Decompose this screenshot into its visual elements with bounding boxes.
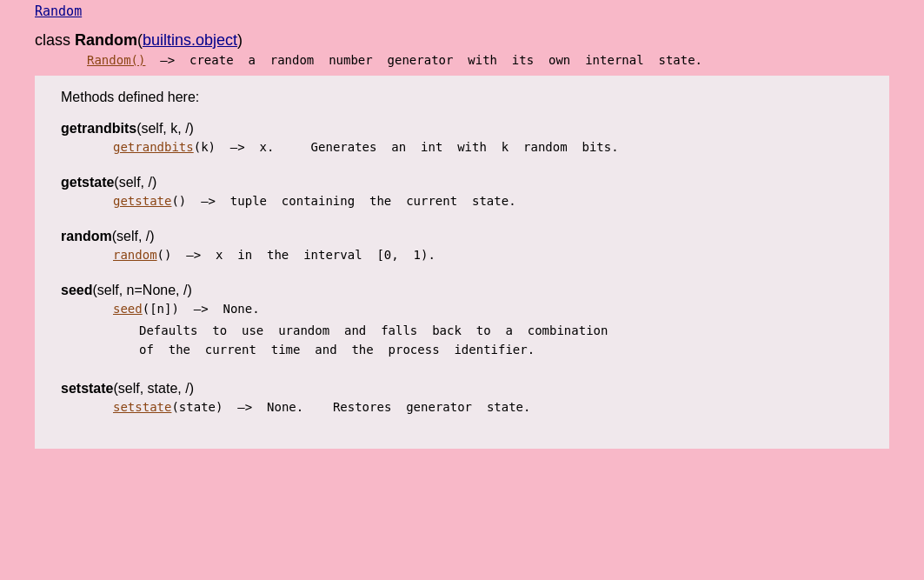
class-parent-suffix: ) [237,31,243,49]
method-getstate-header: getstate(self, /) [61,175,863,190]
method-setstate-text: —> None. Restores generator state. [223,400,530,414]
class-prefix: class [35,31,75,49]
method-setstate: setstate(self, state, /) setstate(state)… [61,381,863,414]
class-header: class Random(builtins.object) [35,31,889,50]
method-seed-header: seed(self, n=None, /) [61,283,863,298]
method-setstate-bold: setstate [61,381,113,396]
method-random-text: —> x in the interval [0, 1). [171,248,435,262]
method-setstate-link[interactable]: setstate [113,400,171,414]
method-setstate-header: setstate(self, state, /) [61,381,863,397]
method-random-rest: (self, /) [112,229,155,243]
methods-title: Methods defined here: [61,90,863,105]
method-getrandbits-header: getrandbits(self, k, /) [61,121,863,137]
class-name: Random [75,31,137,49]
method-seed-rest: (self, n=None, /) [92,283,191,297]
class-parent-link[interactable]: builtins.object [143,31,237,49]
method-seed-desc: seed([n]) —> None. [61,302,863,316]
method-getstate-text: —> tuple containing the current state. [186,194,515,208]
method-seed-link[interactable]: seed [113,302,143,316]
method-getstate-link-suffix: () [171,194,186,208]
methods-container: Methods defined here: getrandbits(self, … [35,76,889,449]
method-getrandbits-bold: getrandbits [61,121,136,136]
method-seed-link-suffix: ([n]) [143,302,179,316]
method-getstate: getstate(self, /) getstate() —> tuple co… [61,175,863,208]
method-random-header: random(self, /) [61,229,863,244]
class-desc-link[interactable]: Random() [87,53,145,67]
method-getrandbits-desc: getrandbits(k) —> x. Generates an int wi… [61,140,863,154]
method-setstate-desc: setstate(state) —> None. Restores genera… [61,400,863,414]
random-top-link[interactable]: Random [35,3,82,19]
method-random-bold: random [61,229,112,243]
method-seed-text: —> None. [179,302,260,316]
method-setstate-rest: (self, state, /) [113,381,193,396]
method-seed: seed(self, n=None, /) seed([n]) —> None.… [61,283,863,360]
top-link-section: Random [0,0,924,23]
method-setstate-link-suffix: (state) [171,400,223,414]
method-random: random(self, /) random() —> x in the int… [61,229,863,262]
method-getrandbits-rest: (self, k, /) [136,121,194,136]
method-random-link-suffix: () [157,248,172,262]
method-getstate-bold: getstate [61,175,114,190]
method-seed-bold: seed [61,283,92,297]
class-description: Random() —> create a random number gener… [35,53,889,67]
method-getstate-desc: getstate() —> tuple containing the curre… [61,194,863,208]
method-getstate-link[interactable]: getstate [113,194,171,208]
method-getrandbits-link[interactable]: getrandbits [113,140,194,154]
class-section: class Random(builtins.object) Random() —… [0,23,924,449]
method-getrandbits-link-suffix: (k) [194,140,216,154]
method-random-desc: random() —> x in the interval [0, 1). [61,248,863,262]
class-desc-text: —> create a random number generator with… [145,53,702,67]
method-random-link[interactable]: random [113,248,157,262]
method-getstate-rest: (self, /) [114,175,156,190]
method-getrandbits-text: —> x. Generates an int with k random bit… [216,140,619,154]
method-seed-extra: Defaults to use urandom and falls back t… [61,321,863,360]
method-getrandbits: getrandbits(self, k, /) getrandbits(k) —… [61,121,863,154]
